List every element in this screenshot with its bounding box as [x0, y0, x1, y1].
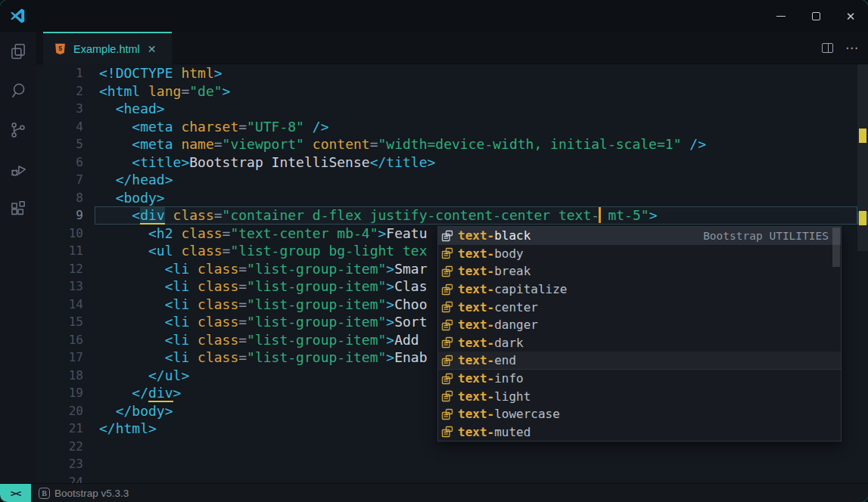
code-token: "container d-flex justify-content-center…	[222, 207, 600, 223]
suggestion-item-text-center[interactable]: text-center	[438, 298, 841, 316]
code-line-content: <div class="container d-flex justify-con…	[95, 206, 857, 225]
tab-example-html[interactable]: 5 Example.html ✕	[43, 32, 172, 64]
code-line[interactable]: 8 <body>	[36, 189, 868, 207]
line-number: 2	[36, 82, 95, 101]
suggestion-item-text-capitalize[interactable]: text-capitalize	[438, 280, 841, 299]
code-token: div	[140, 207, 165, 225]
code-line-content: <title>Bootstrap IntelliSense</title>	[95, 153, 857, 172]
code-token: <li	[165, 278, 190, 294]
code-token	[99, 296, 165, 312]
title-bar: ✕	[0, 0, 868, 32]
status-bootstrap-version[interactable]: B Bootstrap v5.3.3	[39, 488, 129, 499]
code-token: "de"	[189, 83, 222, 99]
line-number: 6	[36, 153, 95, 172]
code-line[interactable]: 23	[36, 455, 868, 473]
suggestion-item-text-danger[interactable]: text-danger	[438, 316, 841, 334]
code-token: =	[214, 207, 222, 223]
suggestion-detail: Bootstrap UTILITIES	[703, 230, 841, 242]
debug-play-bug-icon	[8, 160, 28, 179]
code-token: Featu	[386, 225, 427, 241]
html5-icon: 5	[54, 42, 67, 56]
code-token: >	[386, 261, 394, 277]
suggestion-item-text-dark[interactable]: text-dark	[438, 334, 841, 352]
tab-close-icon[interactable]: ✕	[148, 43, 157, 55]
suggestion-item-text-black[interactable]: text-blackBootstrap UTILITIES	[438, 227, 841, 245]
code-token: <head>	[116, 101, 165, 116]
symbol-class-icon	[441, 390, 453, 402]
close-button[interactable]: ✕	[833, 0, 868, 32]
suggestion-item-text-light[interactable]: text-light	[438, 387, 841, 405]
code-token	[99, 119, 132, 135]
code-token: >	[386, 278, 394, 294]
sidebar-item-search[interactable]	[0, 71, 36, 110]
code-token: =	[238, 349, 247, 365]
code-line-content: <html lang="de">	[95, 82, 857, 101]
line-number: 1	[36, 64, 95, 82]
split-editor-icon[interactable]	[822, 43, 833, 53]
suggestion-item-text-info[interactable]: text-info	[438, 370, 841, 388]
line-number: 7	[36, 171, 95, 189]
minimize-button[interactable]	[764, 0, 798, 32]
code-line[interactable]: 1<!DOCTYPE html>	[36, 64, 868, 82]
code-token: =	[238, 296, 247, 312]
code-token: Bootstrap IntelliSense	[189, 154, 369, 170]
code-token	[99, 314, 165, 330]
line-number: 12	[36, 260, 95, 278]
code-token: >	[214, 65, 222, 81]
sidebar-item-run-debug[interactable]	[0, 150, 36, 189]
suggestion-item-text-muted[interactable]: text-muted	[438, 423, 841, 442]
symbol-class-icon	[441, 301, 453, 313]
maximize-button[interactable]	[798, 0, 833, 32]
symbol-class-icon	[441, 247, 453, 259]
line-number: 20	[36, 402, 95, 420]
code-token: </html>	[99, 420, 157, 436]
svg-text:5: 5	[58, 45, 62, 52]
line-number: 9	[36, 206, 95, 225]
line-number: 13	[36, 277, 95, 296]
code-line[interactable]: 6 <title>Bootstrap IntelliSense</title>	[36, 153, 868, 172]
code-token: </body>	[116, 403, 173, 419]
sidebar-item-extensions[interactable]	[0, 189, 36, 228]
sidebar-item-source-control[interactable]	[0, 110, 36, 150]
code-line[interactable]: 2<html lang="de">	[36, 82, 868, 101]
suggestion-item-text-lowercase[interactable]: text-lowercase	[438, 405, 841, 423]
code-token: Smar	[394, 261, 427, 277]
more-actions-icon[interactable]: ⋯	[845, 40, 859, 56]
editor-scrollbar[interactable]	[857, 64, 868, 483]
code-line[interactable]: 4 <meta charset="UTF-8" />	[36, 118, 868, 136]
suggestion-item-text-body[interactable]: text-body	[438, 245, 841, 263]
code-token: =	[238, 332, 247, 348]
suggestion-label: text-body	[458, 246, 524, 261]
code-token: "list-group-item"	[247, 261, 386, 277]
code-token: <body>	[116, 190, 165, 206]
suggestion-item-text-break[interactable]: text-break	[438, 262, 841, 280]
code-line[interactable]: 7 </head>	[36, 171, 868, 189]
code-token	[99, 207, 132, 223]
code-line[interactable]: 9 <div class="container d-flex justify-c…	[36, 206, 868, 225]
line-number: 14	[36, 296, 95, 314]
code-token: "list-group-item"	[247, 296, 386, 312]
sidebar-item-explorer[interactable]	[0, 32, 36, 71]
code-token: <h2	[148, 225, 173, 241]
code-token	[99, 154, 132, 170]
code-line[interactable]: 3 <head>	[36, 100, 868, 118]
line-number: 11	[36, 242, 95, 260]
suggest-scrollbar-thumb[interactable]	[832, 228, 840, 267]
extensions-icon	[8, 199, 28, 218]
code-token: "text-center mb-4"	[230, 225, 378, 241]
suggestion-label: text-lowercase	[458, 407, 560, 421]
suggestion-label: text-dark	[458, 336, 524, 350]
suggestion-item-text-end[interactable]: text-end	[438, 352, 841, 370]
code-line-content	[95, 455, 857, 473]
code-token: content	[304, 136, 370, 152]
line-number: 5	[36, 135, 95, 153]
code-line-content: <!DOCTYPE html>	[95, 64, 857, 82]
code-token	[99, 136, 132, 152]
code-token: class	[189, 314, 238, 330]
suggestion-label: text-info	[458, 371, 524, 386]
remote-indicator-button[interactable]: ><	[0, 484, 31, 502]
code-line[interactable]: 5 <meta name="viewport" content="width=d…	[36, 135, 868, 153]
code-token: =	[238, 278, 247, 294]
code-token: </head>	[116, 172, 173, 187]
code-line[interactable]: 24	[36, 473, 868, 484]
